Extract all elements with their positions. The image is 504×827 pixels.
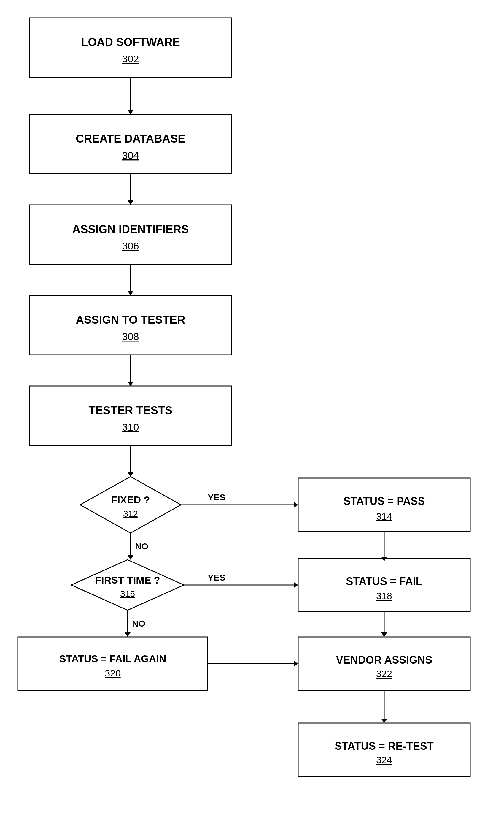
- svg-marker-35: [127, 555, 133, 560]
- box-status-fail: [298, 558, 470, 612]
- box-assign-identifiers: [30, 205, 231, 264]
- svg-marker-29: [294, 502, 298, 508]
- svg-marker-53: [294, 661, 298, 667]
- svg-text:YES: YES: [208, 573, 225, 582]
- diamond-first-time: [71, 560, 184, 610]
- box-vendor-assigns: [298, 637, 470, 690]
- svg-text:NO: NO: [132, 619, 145, 628]
- svg-marker-62: [381, 719, 387, 723]
- svg-marker-47: [125, 632, 130, 637]
- svg-marker-9: [127, 200, 133, 205]
- svg-marker-14: [127, 291, 133, 295]
- svg-text:NO: NO: [135, 541, 148, 551]
- diamond-fixed: [80, 477, 181, 533]
- box-status-fail-again: [18, 637, 208, 690]
- box-create-database: [30, 114, 231, 174]
- svg-marker-4: [127, 110, 133, 114]
- svg-marker-57: [381, 632, 387, 637]
- box-assign-to-tester: [30, 295, 231, 355]
- box-status-re-test: [298, 723, 470, 777]
- svg-marker-24: [127, 472, 133, 477]
- svg-marker-41: [294, 582, 298, 588]
- box-status-pass: [298, 478, 470, 532]
- svg-marker-19: [127, 382, 133, 386]
- flowchart: LOAD SOFTWARE 302 CREATE DATABASE 304 AS…: [0, 0, 504, 827]
- box-tester-tests: [30, 386, 231, 445]
- svg-text:YES: YES: [208, 492, 225, 502]
- box-load-software: [30, 18, 231, 77]
